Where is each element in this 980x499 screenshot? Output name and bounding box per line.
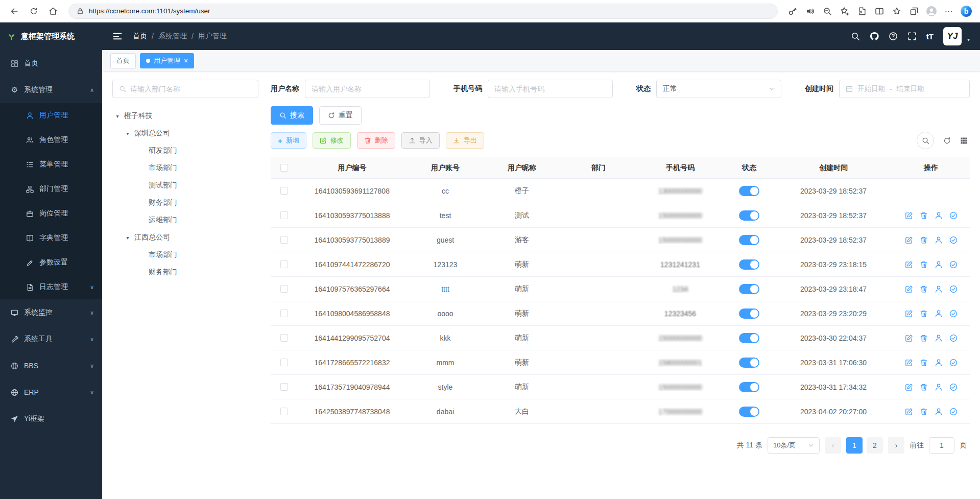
- delete-icon[interactable]: [920, 359, 928, 367]
- assign-role-icon[interactable]: [949, 310, 958, 318]
- profile-avatar[interactable]: [924, 4, 939, 19]
- edit-icon[interactable]: [905, 211, 913, 220]
- edit-icon[interactable]: [905, 408, 913, 416]
- import-button[interactable]: 导入: [401, 132, 440, 149]
- row-checkbox[interactable]: [280, 187, 288, 195]
- page-button-2[interactable]: 2: [867, 437, 883, 454]
- tree-node[interactable]: 财务部门: [112, 264, 258, 281]
- delete-icon[interactable]: [920, 260, 928, 269]
- reset-password-icon[interactable]: [935, 359, 943, 367]
- prev-page-button[interactable]: ‹: [825, 437, 841, 454]
- status-toggle[interactable]: [739, 382, 759, 392]
- zoom-icon[interactable]: [820, 4, 835, 19]
- sidebar-item-log[interactable]: 日志管理∨: [0, 275, 102, 299]
- read-aloud-icon[interactable]: [802, 4, 818, 19]
- tree-node[interactable]: ▾深圳总公司: [112, 125, 258, 142]
- delete-icon[interactable]: [920, 236, 928, 244]
- reset-password-icon[interactable]: [935, 310, 943, 318]
- row-checkbox[interactable]: [280, 211, 288, 219]
- status-toggle[interactable]: [739, 186, 759, 196]
- tree-node[interactable]: 市场部门: [112, 246, 258, 264]
- edit-icon[interactable]: [905, 236, 913, 244]
- password-icon[interactable]: [785, 4, 800, 19]
- edit-icon[interactable]: [905, 285, 913, 293]
- home-icon[interactable]: [45, 4, 61, 19]
- sidebar-item-erp[interactable]: ERP∨: [0, 379, 102, 406]
- status-toggle[interactable]: [739, 210, 759, 221]
- edit-icon[interactable]: [905, 310, 913, 318]
- app-logo[interactable]: 意框架管理系统: [0, 22, 102, 50]
- edit-icon[interactable]: [905, 260, 913, 269]
- delete-icon[interactable]: [920, 334, 928, 342]
- status-toggle[interactable]: [739, 333, 759, 343]
- sidebar-item-yi[interactable]: Yi框架: [0, 406, 102, 432]
- close-icon[interactable]: ×: [184, 57, 188, 64]
- reload-icon[interactable]: [26, 4, 42, 19]
- delete-icon[interactable]: [920, 285, 928, 293]
- tree-node[interactable]: ▾江西总公司: [112, 229, 258, 246]
- username-input[interactable]: [312, 85, 423, 93]
- sidebar-item-user[interactable]: 用户管理: [0, 103, 102, 128]
- sidebar-item-post[interactable]: 岗位管理: [0, 201, 102, 226]
- url-text[interactable]: https://ccnetcore.com:1101/system/user: [89, 7, 210, 15]
- sidebar-item-monitor[interactable]: 系统监控∨: [0, 299, 102, 326]
- hamburger-icon[interactable]: [112, 31, 124, 42]
- add-button[interactable]: + 新增: [271, 132, 306, 149]
- status-toggle[interactable]: [739, 407, 759, 417]
- status-select[interactable]: 正常: [656, 80, 781, 98]
- delete-icon[interactable]: [920, 408, 928, 416]
- address-bar[interactable]: https://ccnetcore.com:1101/system/user: [68, 4, 778, 19]
- phone-input[interactable]: [494, 85, 606, 93]
- tab-user-management[interactable]: 用户管理 ×: [140, 53, 194, 68]
- avatar[interactable]: YJ: [943, 27, 962, 45]
- status-toggle[interactable]: [739, 235, 759, 245]
- tree-node[interactable]: 测试部门: [112, 177, 258, 194]
- delete-button[interactable]: 删除: [357, 132, 395, 149]
- bing-copilot-icon[interactable]: b: [959, 4, 974, 19]
- assign-role-icon[interactable]: [949, 359, 958, 367]
- reset-password-icon[interactable]: [935, 236, 943, 244]
- assign-role-icon[interactable]: [949, 408, 958, 416]
- sidebar-item-dict[interactable]: 字典管理: [0, 226, 102, 250]
- row-checkbox[interactable]: [280, 359, 288, 366]
- fullscreen-icon[interactable]: [907, 32, 917, 41]
- delete-icon[interactable]: [920, 211, 928, 220]
- edit-icon[interactable]: [905, 383, 913, 391]
- sidebar-item-tool[interactable]: 系统工具∨: [0, 326, 102, 352]
- toggle-search-button[interactable]: [917, 132, 934, 149]
- edit-icon[interactable]: [905, 334, 913, 342]
- sidebar-item-bbs[interactable]: BBS∨: [0, 352, 102, 379]
- columns-button[interactable]: [960, 137, 968, 145]
- extensions-icon[interactable]: [854, 4, 870, 19]
- dept-search-input[interactable]: [130, 85, 252, 93]
- help-icon[interactable]: [889, 32, 898, 41]
- github-icon[interactable]: [870, 32, 879, 41]
- goto-page-input[interactable]: [929, 437, 954, 454]
- refresh-table-button[interactable]: [943, 137, 951, 145]
- back-icon[interactable]: [6, 4, 22, 19]
- edit-icon[interactable]: [905, 359, 913, 367]
- sidebar-item-dept[interactable]: 部门管理: [0, 177, 102, 201]
- sidebar-item-system[interactable]: ⚙系统管理∧: [0, 77, 102, 103]
- search-icon[interactable]: [851, 32, 860, 41]
- sidebar-item-menu[interactable]: 菜单管理: [0, 152, 102, 177]
- tab-home[interactable]: 首页: [110, 53, 136, 68]
- delete-icon[interactable]: [920, 310, 928, 318]
- start-date-placeholder[interactable]: 开始日期: [857, 84, 885, 93]
- tree-node[interactable]: 研发部门: [112, 142, 258, 159]
- reset-password-icon[interactable]: [935, 383, 943, 391]
- row-checkbox[interactable]: [280, 310, 288, 317]
- row-checkbox[interactable]: [280, 236, 288, 244]
- tree-node[interactable]: 运维部门: [112, 211, 258, 229]
- reset-password-icon[interactable]: [935, 408, 943, 416]
- next-page-button[interactable]: ›: [888, 437, 904, 454]
- breadcrumb-item[interactable]: 首页: [133, 32, 147, 41]
- font-size-icon[interactable]: tT: [926, 32, 934, 41]
- page-button-1[interactable]: 1: [846, 437, 863, 454]
- row-checkbox[interactable]: [280, 260, 288, 268]
- status-toggle[interactable]: [739, 284, 759, 294]
- end-date-placeholder[interactable]: 结束日期: [897, 84, 924, 93]
- date-range-picker[interactable]: 开始日期 - 结束日期: [839, 80, 970, 98]
- assign-role-icon[interactable]: [949, 285, 958, 293]
- reset-button[interactable]: 重置: [319, 106, 362, 125]
